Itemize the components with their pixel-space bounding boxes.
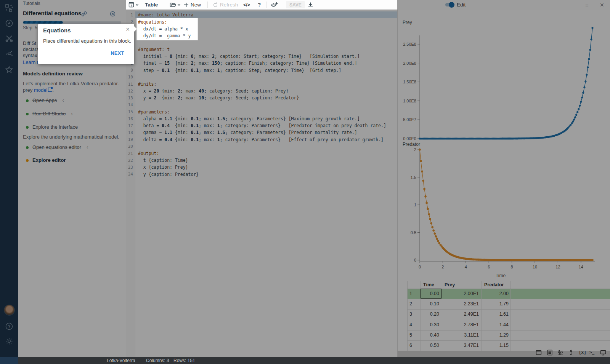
row-number[interactable]: 1 [409, 289, 419, 299]
edit-toggle[interactable] [445, 3, 454, 6]
line-charts[interactable]: Prey0.00E05.00E71.00E81.50E82.00E82.50E8… [398, 10, 610, 281]
user-avatar[interactable] [4, 305, 15, 316]
cell-time[interactable]: 0.50 [421, 340, 439, 351]
code-view-button[interactable]: </> [243, 0, 250, 10]
cell-predator[interactable]: 1.79 [482, 299, 509, 309]
row-number[interactable]: 2 [409, 299, 419, 309]
panel-menu-icon[interactable]: ≡ [585, 0, 589, 10]
cell-prey[interactable]: 2.23E1 [442, 299, 479, 309]
code-line[interactable]: delta = 0.4 {min: 0.1; max: 1; category:… [138, 136, 384, 143]
model-link[interactable]: model [34, 87, 52, 93]
code-line[interactable]: gamma = 1.1 {min: 0.1; max: 1.5; categor… [138, 129, 357, 136]
cell-predator[interactable]: 1.15 [482, 340, 509, 351]
toolbar-separator [207, 2, 208, 8]
link-icon[interactable] [81, 11, 87, 17]
code-line[interactable]: #parameters: [138, 109, 170, 115]
predator-data-point [421, 171, 423, 173]
sensitivity-analysis-icon[interactable] [271, 0, 278, 10]
tutorial-step-item[interactable]: Run Diff Studio‹ [23, 110, 73, 117]
column-header-time[interactable]: Time [423, 281, 434, 289]
svg-text:Predator: Predator [403, 142, 420, 147]
tutorial-step-label: Open equations editor [32, 144, 81, 150]
view-tab-table[interactable]: Table [145, 0, 158, 10]
cell-prey[interactable]: 2.00E1 [442, 289, 479, 299]
step-done-bullet [26, 146, 29, 149]
predator-data-point [431, 226, 433, 228]
save-button[interactable]: SAVE [286, 1, 305, 8]
code-line[interactable]: #inits: [138, 81, 156, 88]
code-line[interactable]: alpha = 1.1 {min: 0.1; max: 1.5; categor… [138, 115, 360, 122]
predator-data-point [429, 218, 431, 220]
step-expander-icon[interactable]: ‹ [87, 144, 88, 150]
popup-close-icon[interactable]: ✕ [125, 26, 130, 32]
edit-toggle-knob [449, 2, 454, 8]
column-header-predator[interactable]: Predator [484, 281, 504, 289]
close-tutorial-icon[interactable] [110, 11, 116, 17]
network-icon[interactable] [5, 49, 13, 58]
variables-icon[interactable]: [x] [579, 350, 585, 356]
status-table-name[interactable]: Lotka-Volterra [107, 358, 135, 363]
code-line[interactable]: x {caption: Prey} [138, 164, 188, 171]
help-icon[interactable]: ? [5, 322, 13, 330]
toolbar-separator [266, 2, 266, 8]
code-line[interactable]: step = 0.1 {min: 0.1; max: 1; caption: S… [138, 67, 341, 74]
open-button[interactable] [170, 0, 181, 10]
tutorial-step-item[interactable]: Explore editor [23, 157, 66, 163]
grid-icon[interactable] [536, 350, 542, 356]
code-line[interactable]: #output: [138, 150, 159, 157]
row-number[interactable]: 5 [409, 330, 419, 340]
cell-prey[interactable]: 3.47E1 [442, 340, 479, 351]
panel-close-icon[interactable]: ✕ [600, 0, 604, 10]
cell-prey[interactable]: 2.78E1 [442, 320, 479, 330]
row-number[interactable]: 4 [409, 320, 419, 330]
form-icon[interactable] [547, 350, 553, 356]
tutorial-step-item[interactable]: Open Apps‹ [23, 97, 64, 103]
compass-icon[interactable] [5, 19, 13, 27]
cell-prey[interactable]: 3.11E1 [442, 330, 479, 340]
step-expander-icon[interactable]: ‹ [62, 97, 64, 103]
cell-time[interactable]: 0.30 [421, 320, 439, 330]
cell-time[interactable]: 0.10 [421, 299, 439, 309]
layout-selector-button[interactable]: 3 [128, 0, 139, 10]
tools-icon[interactable] [5, 34, 13, 43]
code-line[interactable]: beta = 0.4 {min: 0.1; max: 1; category: … [138, 122, 386, 129]
cell-predator[interactable]: 1.29 [482, 330, 509, 340]
cell-predator[interactable]: 1.61 [482, 309, 509, 319]
cell-time[interactable]: 0.20 [421, 309, 439, 319]
code-line[interactable]: y {caption: Predator} [138, 171, 199, 178]
download-icon[interactable] [308, 0, 313, 10]
filters-icon[interactable] [557, 350, 563, 356]
code-line[interactable]: t {caption: Time} [138, 157, 188, 164]
presentation-icon[interactable] [600, 350, 606, 356]
row-number[interactable]: 3 [409, 309, 419, 319]
tutorial-step-item[interactable]: Explore the interface [23, 124, 78, 130]
code-line[interactable]: initial = 0 {min: 0; max: 2; caption: St… [138, 53, 360, 60]
code-line[interactable]: #argument: t [138, 46, 170, 53]
info-icon[interactable] [568, 350, 574, 356]
step-expander-icon[interactable]: ‹ [71, 110, 73, 117]
code-line[interactable]: final = 15 {min: 2; max: 150; caption: F… [138, 60, 357, 67]
column-header-prey[interactable]: Prey [445, 281, 455, 289]
apps-grid-icon[interactable] [5, 4, 13, 12]
row-number[interactable]: 6 [409, 340, 419, 351]
new-button[interactable]: New [184, 0, 201, 10]
line-number: 16 [126, 117, 133, 121]
code-editor[interactable]: 123456789101112131415161718192021222324 … [126, 10, 397, 357]
cell-predator[interactable]: 1.44 [482, 320, 509, 330]
popup-next-button[interactable]: NEXT [111, 50, 124, 56]
refresh-button[interactable]: Refresh [213, 0, 238, 10]
code-line[interactable]: #name: Lotka-Volterra [138, 11, 193, 18]
prey-data-point [573, 118, 575, 120]
settings-gear-icon[interactable] [5, 337, 13, 345]
cell-prey[interactable]: 2.49E1 [442, 309, 479, 319]
help-button[interactable]: ? [258, 0, 261, 10]
cell-time[interactable]: 0.40 [421, 330, 439, 340]
prey-data-point [590, 38, 592, 40]
console-icon[interactable]: >_ [589, 350, 596, 356]
code-line[interactable]: x = 20 {min: 2; max: 40; category: Seed;… [138, 88, 289, 94]
prey-data-point [581, 96, 583, 98]
code-line[interactable]: y = 2 {min: 2; max: 10; category: Seed; … [138, 94, 299, 101]
cell-predator[interactable]: 2.00 [482, 289, 509, 299]
star-icon[interactable] [5, 65, 13, 74]
tutorial-step-item[interactable]: Open equations editor‹ [23, 144, 88, 150]
